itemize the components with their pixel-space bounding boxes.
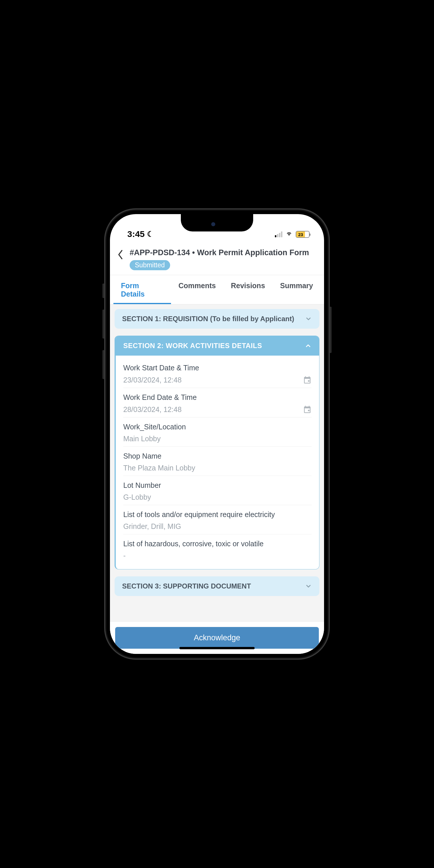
calendar-icon[interactable] — [303, 405, 312, 414]
section-1-header[interactable]: SECTION 1: REQUISITION (To be filled by … — [115, 309, 319, 329]
chevron-left-icon — [117, 249, 124, 260]
page-title: #APP-PDSD-134 • Work Permit Application … — [130, 248, 318, 258]
section-3-title: SECTION 3: SUPPORTING DOCUMENT — [122, 582, 251, 590]
chevron-down-icon — [305, 315, 312, 322]
field-label: Work Start Date & Time — [123, 364, 312, 372]
tab-revisions[interactable]: Revisions — [223, 275, 273, 304]
battery-level: 23 — [296, 231, 305, 237]
field-value: Main Lobby — [123, 435, 312, 443]
field-label: Work_Site/Location — [123, 423, 312, 431]
section-3-header[interactable]: SECTION 3: SUPPORTING DOCUMENT — [115, 576, 319, 596]
field-label: List of tools and/or equipment require e… — [123, 510, 312, 519]
app-header: #APP-PDSD-134 • Work Permit Application … — [110, 242, 324, 275]
field-work-start: Work Start Date & Time 23/03/2024, 12:48 — [123, 359, 312, 388]
field-value: Grinder, Drill, MIG — [123, 522, 312, 531]
content-area[interactable]: SECTION 1: REQUISITION (To be filled by … — [110, 304, 324, 621]
side-buttons-right — [330, 307, 332, 353]
field-hazardous: List of hazardous, corrosive, toxic or v… — [123, 534, 312, 563]
chevron-down-icon — [305, 583, 312, 590]
do-not-disturb-icon: ☾ — [147, 230, 154, 239]
calendar-icon[interactable] — [303, 376, 312, 384]
field-value: G-Lobby — [123, 493, 312, 501]
phone-frame: 3:45 ☾ 23 #APP-PDSD-134 • Work Permi — [104, 208, 330, 660]
section-1-requisition: SECTION 1: REQUISITION (To be filled by … — [115, 309, 319, 329]
field-label: Lot Number — [123, 481, 312, 490]
status-badge: Submitted — [130, 260, 170, 270]
field-value: 23/03/2024, 12:48 — [123, 376, 182, 384]
field-work-end: Work End Date & Time 28/03/2024, 12:48 — [123, 388, 312, 417]
notch — [181, 214, 253, 231]
section-2-title: SECTION 2: WORK ACTIVITIES DETAILS — [123, 342, 262, 350]
field-value: - — [123, 552, 312, 560]
section-2-header[interactable]: SECTION 2: WORK ACTIVITIES DETAILS — [116, 336, 319, 355]
side-buttons-left — [102, 283, 104, 391]
tabs: Form Details Comments Revisions Summary — [110, 275, 324, 304]
field-label: Shop Name — [123, 452, 312, 460]
field-value: 28/03/2024, 12:48 — [123, 405, 182, 414]
section-3-supporting-document: SECTION 3: SUPPORTING DOCUMENT — [115, 576, 319, 596]
home-indicator[interactable] — [179, 647, 255, 649]
wifi-icon — [285, 230, 293, 239]
field-shop: Shop Name The Plaza Main Lobby — [123, 447, 312, 476]
cellular-signal-icon — [275, 231, 282, 237]
field-value: The Plaza Main Lobby — [123, 464, 312, 472]
tab-comments[interactable]: Comments — [171, 275, 223, 304]
status-time: 3:45 — [127, 229, 145, 239]
section-1-title: SECTION 1: REQUISITION (To be filled by … — [122, 315, 294, 323]
tab-form-details[interactable]: Form Details — [114, 275, 171, 304]
back-button[interactable] — [115, 249, 126, 260]
field-label: List of hazardous, corrosive, toxic or v… — [123, 539, 312, 548]
tab-summary[interactable]: Summary — [273, 275, 320, 304]
chevron-up-icon — [305, 342, 312, 349]
field-location: Work_Site/Location Main Lobby — [123, 417, 312, 447]
acknowledge-button[interactable]: Acknowledge — [115, 627, 319, 649]
field-label: Work End Date & Time — [123, 393, 312, 402]
battery-icon: 23 — [296, 231, 310, 238]
field-lot: Lot Number G-Lobby — [123, 476, 312, 505]
field-tools: List of tools and/or equipment require e… — [123, 505, 312, 534]
section-2-body: Work Start Date & Time 23/03/2024, 12:48… — [116, 355, 319, 569]
section-2-work-activities: SECTION 2: WORK ACTIVITIES DETAILS Work … — [115, 336, 319, 569]
